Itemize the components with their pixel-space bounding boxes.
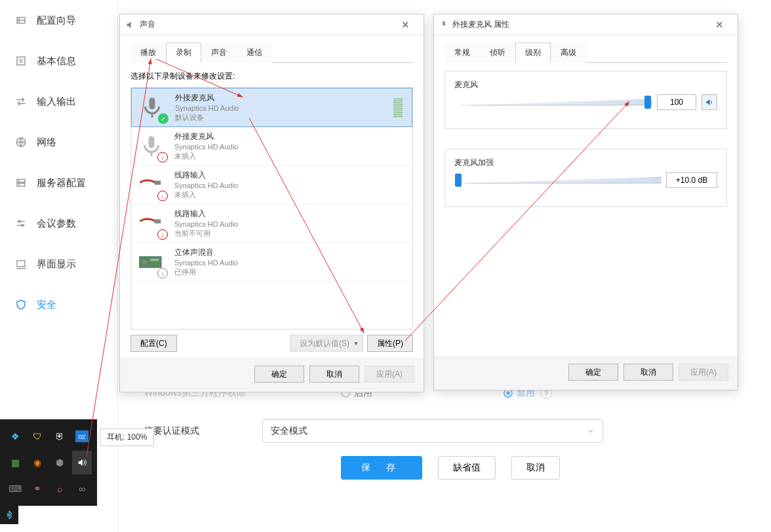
ok-button[interactable]: 确定 <box>254 366 304 383</box>
svg-point-5 <box>19 181 20 181</box>
mic-icon: ✓ <box>137 92 167 123</box>
sidebar-label: 基本信息 <box>37 55 76 67</box>
tray-cc-icon[interactable]: ∞ <box>72 477 92 501</box>
sound-dialog: 声音 ✕ 播放 录制 声音 通信 选择以下录制设备来修改设置: ✓ 外接麦克风 … <box>119 14 424 392</box>
shield-icon <box>14 298 28 311</box>
svg-rect-9 <box>17 261 25 267</box>
sidebar-item-wizard[interactable]: 配置向导 <box>0 0 117 41</box>
tab-listen[interactable]: 侦听 <box>480 43 515 63</box>
prop-dialog-title: 外接麦克风 属性 <box>452 19 706 30</box>
apply-button[interactable]: 应用(A) <box>365 366 414 383</box>
device-item[interactable]: ✓ 外接麦克风 Synaptics HD Audio 默认设备 <box>131 88 412 127</box>
speaker-icon <box>77 457 87 468</box>
speaker-icon <box>125 20 136 30</box>
tray-kb-icon[interactable]: ⌨ <box>5 477 25 501</box>
tray-app-icon[interactable]: ❖ <box>5 425 25 448</box>
tab-levels[interactable]: 级别 <box>515 43 551 63</box>
device-list[interactable]: ✓ 外接麦克风 Synaptics HD Audio 默认设备 ↓ 外接麦克风 … <box>130 87 413 330</box>
mic-icon: ↓ <box>136 131 167 161</box>
sidebar-label: 会议参数 <box>37 218 76 230</box>
sidebar-label: 服务器配置 <box>37 177 86 189</box>
io-icon <box>14 95 28 108</box>
svg-rect-14 <box>150 259 159 261</box>
prop-tabs: 常规 侦听 级别 高级 <box>445 42 727 63</box>
settings-panel: Windows第三方程序权限 启用 禁用 ? 摘要认证模式 安全模式 保 存 缺… <box>118 387 771 480</box>
display-icon <box>14 257 28 271</box>
server-icon <box>14 176 28 189</box>
speaker-on-icon <box>705 98 714 107</box>
sidebar-label: 输入输出 <box>37 96 76 108</box>
sidebar-item-server[interactable]: 服务器配置 <box>0 162 117 203</box>
tray-cube-icon[interactable]: ⬢ <box>50 451 69 474</box>
tab-communications[interactable]: 通信 <box>237 43 272 63</box>
cancel-button[interactable]: 取消 <box>309 366 359 383</box>
plug-icon: ↓ <box>136 208 167 238</box>
mic-level-value[interactable]: 100 <box>657 94 696 110</box>
svg-rect-1 <box>17 57 25 65</box>
mic-boost-value[interactable]: +10.0 dB <box>666 172 717 188</box>
tab-recording[interactable]: 录制 <box>166 43 201 63</box>
network-icon <box>14 136 28 149</box>
level-meter <box>393 98 403 117</box>
sound-dialog-title: 声音 <box>140 19 392 30</box>
ok-button[interactable]: 确定 <box>568 364 618 381</box>
save-button[interactable]: 保 存 <box>341 456 422 480</box>
sidebar-label: 安全 <box>37 299 56 311</box>
mic-boost-label: 麦克风加强 <box>454 157 717 168</box>
configure-button[interactable]: 配置(C) <box>130 335 177 352</box>
sidebar-item-io[interactable]: 输入输出 <box>0 81 117 122</box>
tray-link-icon[interactable]: ⚭ <box>28 477 47 501</box>
tray-bluetooth-icon[interactable] <box>0 506 18 524</box>
sidebar-item-security[interactable]: 安全 <box>0 284 117 325</box>
svg-point-13 <box>143 260 148 265</box>
close-button[interactable]: ✕ <box>392 16 418 34</box>
sidebar-label: 界面显示 <box>37 258 76 271</box>
sidebar-item-params[interactable]: 会议参数 <box>0 203 117 244</box>
tab-sounds[interactable]: 声音 <box>201 43 237 63</box>
svg-rect-3 <box>17 180 25 183</box>
mic-icon <box>439 20 448 29</box>
tray-search-icon[interactable]: ⌕ <box>50 477 69 501</box>
tray-net-icon[interactable]: ▦ <box>5 451 25 474</box>
properties-button[interactable]: 属性(P) <box>367 335 413 352</box>
tray-speaker-icon[interactable] <box>72 451 92 474</box>
device-item[interactable]: ↓ 立体声混音 Synaptics HD Audio 已停用 <box>131 243 412 282</box>
tab-advanced[interactable]: 高级 <box>551 43 586 63</box>
tray-ff-icon[interactable]: ◉ <box>28 451 47 474</box>
cancel-button[interactable]: 取消 <box>511 456 560 480</box>
auth-mode-label: 摘要认证模式 <box>144 425 262 437</box>
tray-outlook-icon[interactable]: oz <box>75 430 89 442</box>
soundcard-icon: ↓ <box>136 247 167 277</box>
mute-button[interactable] <box>702 94 717 110</box>
close-button[interactable]: ✕ <box>706 16 732 34</box>
auth-mode-select[interactable]: 安全模式 <box>262 419 603 443</box>
sidebar-label: 配置向导 <box>37 14 76 27</box>
tray-shield-icon[interactable]: 🛡 <box>28 425 47 448</box>
svg-point-6 <box>19 185 20 185</box>
cancel-button[interactable]: 取消 <box>623 364 673 381</box>
mic-level-slider[interactable] <box>454 94 652 110</box>
sound-dialog-titlebar[interactable]: 声音 ✕ <box>120 14 424 35</box>
prop-dialog-titlebar[interactable]: 外接麦克风 属性 ✕ <box>434 14 738 35</box>
chevron-down-icon <box>587 427 595 435</box>
instruction-text: 选择以下录制设备来修改设置: <box>130 71 413 82</box>
mic-boost-slider[interactable] <box>454 172 661 188</box>
tab-general[interactable]: 常规 <box>445 43 480 63</box>
device-item[interactable]: ↓ 线路输入 Synaptics HD Audio 未插入 <box>131 166 412 204</box>
defaults-button[interactable]: 缺省值 <box>438 456 496 480</box>
sidebar-item-display[interactable]: 界面显示 <box>0 244 117 284</box>
apply-button[interactable]: 应用(A) <box>679 364 728 381</box>
sidebar-item-info[interactable]: 基本信息 <box>0 41 117 81</box>
tray-defender-icon[interactable]: ⛨ <box>50 425 69 448</box>
wizard-icon <box>14 14 28 27</box>
sidebar-item-network[interactable]: 网络 <box>0 122 117 162</box>
info-icon <box>14 54 28 67</box>
tab-playback[interactable]: 播放 <box>130 43 166 63</box>
set-default-button[interactable]: 设为默认值(S) <box>290 335 363 352</box>
device-item[interactable]: ↓ 线路输入 Synaptics HD Audio 当前不可用 <box>131 204 412 243</box>
mic-properties-dialog: 外接麦克风 属性 ✕ 常规 侦听 级别 高级 麦克风 100 麦克风加强 <box>433 14 738 390</box>
svg-rect-11 <box>155 219 161 223</box>
device-item[interactable]: ↓ 外接麦克风 Synaptics HD Audio 未插入 <box>131 127 412 166</box>
plug-icon: ↓ <box>136 170 167 200</box>
system-tray: ❖ 🛡 ⛨ oz ▦ ◉ ⬢ ⌨ ⚭ ⌕ ∞ <box>0 419 97 506</box>
